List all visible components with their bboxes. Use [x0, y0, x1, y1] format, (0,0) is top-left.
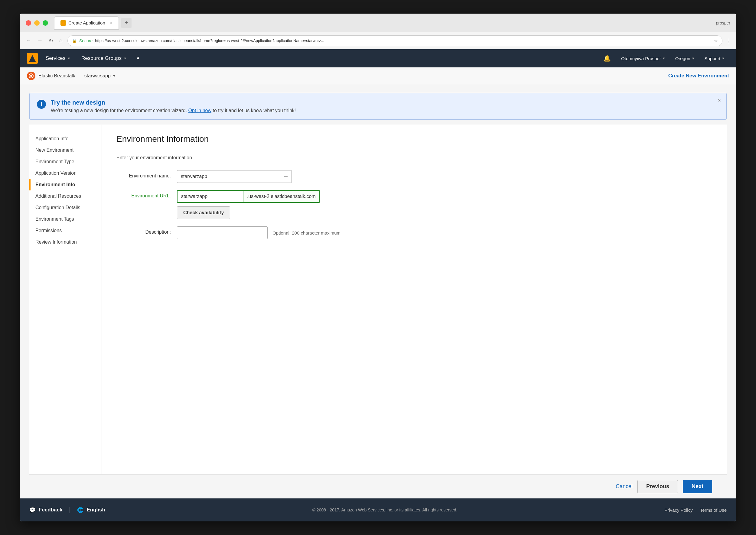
browser-user: prosper — [716, 20, 730, 25]
forward-button[interactable]: → — [36, 36, 44, 45]
app-selector[interactable]: starwarsapp ▼ — [84, 73, 116, 79]
banner-text: We're testing a new design for the envir… — [51, 108, 719, 113]
previous-button[interactable]: Previous — [637, 480, 678, 493]
support-dropdown-arrow: ▼ — [721, 57, 725, 60]
user-label: Otemuyiwa Prosper — [621, 56, 661, 61]
support-label: Support — [705, 56, 721, 61]
browser-menu-button[interactable]: ⋮ — [726, 38, 732, 44]
eb-title[interactable]: Elastic Beanstalk — [39, 73, 75, 79]
env-name-icon: ☰ — [284, 174, 288, 180]
services-label: Services — [46, 55, 65, 61]
env-url-input[interactable] — [177, 190, 244, 203]
terms-of-use-link[interactable]: Terms of Use — [700, 508, 727, 513]
sidebar-item-configuration-details[interactable]: Configuration Details — [29, 202, 102, 213]
desc-hint: Optional: 200 character maximum — [273, 230, 340, 236]
sidebar-item-additional-resources[interactable]: Additional Resources — [29, 190, 102, 202]
services-nav-item[interactable]: Services ▼ — [40, 49, 76, 68]
info-banner: i Try the new design We're testing a new… — [29, 93, 727, 120]
aws-logo — [27, 53, 38, 64]
form-title: Environment Information — [116, 134, 712, 149]
next-button[interactable]: Next — [683, 480, 712, 493]
maximize-window-button[interactable] — [43, 20, 48, 26]
close-window-button[interactable] — [26, 20, 31, 26]
secure-label: Secure — [79, 39, 93, 43]
english-label: English — [86, 507, 105, 513]
opt-in-link[interactable]: Opt in now — [189, 108, 211, 113]
env-name-label: Environment name: — [116, 170, 177, 179]
page-footer: 💬 Feedback 🌐 English © 2008 - 2017, Amaz… — [20, 498, 736, 521]
secure-icon: 🔒 — [72, 39, 77, 43]
sidebar-item-new-environment[interactable]: New Environment — [29, 145, 102, 156]
banner-close-button[interactable]: × — [717, 97, 721, 104]
tab-title: Create Application — [68, 20, 105, 25]
sidebar-item-environment-tags[interactable]: Environment Tags — [29, 213, 102, 225]
env-url-suffix: .us-west-2.elasticbeanstalk.com — [244, 190, 320, 203]
feedback-label: Feedback — [39, 507, 62, 513]
tab-favicon — [61, 20, 66, 26]
privacy-policy-link[interactable]: Privacy Policy — [664, 508, 692, 513]
info-icon: i — [37, 100, 46, 109]
app-selector-arrow: ▼ — [112, 74, 116, 78]
env-url-label: Environment URL: — [116, 190, 177, 199]
eb-logo — [27, 71, 35, 80]
sidebar-item-environment-info[interactable]: Environment Info — [29, 179, 102, 190]
pin-icon[interactable]: ✦ — [132, 55, 144, 62]
home-button[interactable]: ⌂ — [58, 36, 64, 45]
check-availability-button[interactable]: Check availability — [177, 207, 230, 219]
sidebar-item-permissions[interactable]: Permissions — [29, 225, 102, 236]
desc-label: Description: — [116, 226, 177, 235]
browser-tab[interactable]: Create Application × — [54, 16, 119, 30]
create-new-environment-button[interactable]: Create New Environment — [668, 73, 729, 79]
sidebar-item-review-information[interactable]: Review Information — [29, 236, 102, 248]
app-name: starwarsapp — [84, 73, 111, 79]
bookmark-icon[interactable]: ☆ — [714, 39, 718, 43]
footer-buttons: Cancel Previous Next — [29, 474, 727, 498]
feedback-icon: 💬 — [29, 507, 36, 513]
user-menu[interactable]: Otemuyiwa Prosper ▼ — [617, 49, 670, 68]
sidebar: Application Info New Environment Environ… — [29, 125, 102, 474]
region-dropdown-arrow: ▼ — [692, 57, 695, 60]
form-area: Environment Information Enter your envir… — [102, 125, 727, 474]
feedback-link[interactable]: 💬 Feedback — [29, 507, 62, 513]
svg-point-1 — [30, 75, 32, 77]
refresh-button[interactable]: ↻ — [47, 36, 54, 45]
env-name-input[interactable] — [181, 174, 284, 179]
resource-groups-label: Resource Groups — [81, 55, 122, 61]
cancel-button[interactable]: Cancel — [616, 483, 633, 490]
services-dropdown-arrow: ▼ — [67, 57, 71, 60]
region-label: Oregon — [675, 56, 690, 61]
support-menu[interactable]: Support ▼ — [700, 49, 729, 68]
globe-icon: 🌐 — [77, 507, 83, 513]
tab-close-button[interactable]: × — [110, 20, 112, 25]
resource-groups-dropdown-arrow: ▼ — [123, 57, 127, 60]
resource-groups-nav-item[interactable]: Resource Groups ▼ — [76, 49, 132, 68]
banner-title: Try the new design — [51, 99, 719, 106]
copyright-text: © 2008 - 2017, Amazon Web Services, Inc.… — [312, 508, 457, 512]
back-button[interactable]: ← — [24, 36, 32, 45]
minimize-window-button[interactable] — [34, 20, 40, 26]
sidebar-item-application-info[interactable]: Application Info — [29, 133, 102, 145]
user-dropdown-arrow: ▼ — [662, 57, 666, 60]
new-tab-button[interactable]: + — [121, 18, 131, 28]
url-bar-text[interactable]: https://us-west-2.console.aws.amazon.com… — [95, 39, 324, 43]
description-input[interactable] — [177, 226, 268, 239]
sidebar-item-environment-type[interactable]: Environment Type — [29, 156, 102, 167]
language-selector[interactable]: 🌐 English — [70, 507, 105, 513]
sidebar-item-application-version[interactable]: Application Version — [29, 167, 102, 179]
region-menu[interactable]: Oregon ▼ — [671, 49, 699, 68]
notification-bell-icon[interactable]: 🔔 — [598, 55, 616, 62]
form-subtitle: Enter your environment information. — [116, 155, 712, 160]
